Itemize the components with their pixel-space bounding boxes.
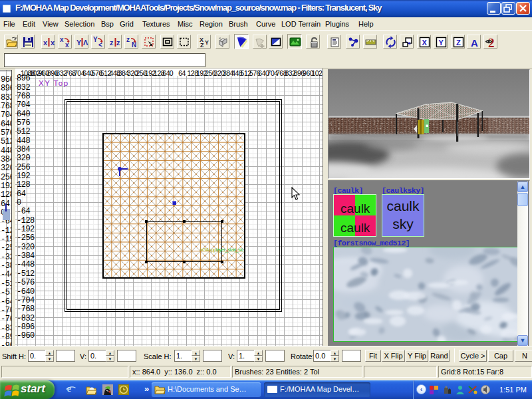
svg-text:z: z bbox=[110, 39, 114, 47]
svg-text:A: A bbox=[471, 37, 478, 49]
svg-text:caulk: caulk bbox=[340, 201, 370, 215]
svg-text:x: x bbox=[51, 39, 55, 47]
svg-text:Λ: Λ bbox=[83, 39, 88, 47]
svg-text:caulk: caulk bbox=[340, 221, 370, 235]
svg-text:Y: Y bbox=[205, 39, 209, 46]
svg-text:Z: Z bbox=[200, 42, 204, 49]
svg-text:Y: Y bbox=[93, 36, 98, 43]
svg-text:Y: Y bbox=[76, 39, 82, 47]
svg-text:z: z bbox=[116, 39, 120, 47]
svg-text:x: x bbox=[43, 39, 48, 47]
svg-text:Z: Z bbox=[456, 39, 461, 47]
svg-text:Y: Y bbox=[439, 39, 444, 47]
svg-text:X: X bbox=[422, 39, 428, 47]
svg-text:z: z bbox=[126, 36, 130, 43]
svg-text:N: N bbox=[132, 41, 136, 49]
svg-text:x: x bbox=[60, 36, 64, 43]
